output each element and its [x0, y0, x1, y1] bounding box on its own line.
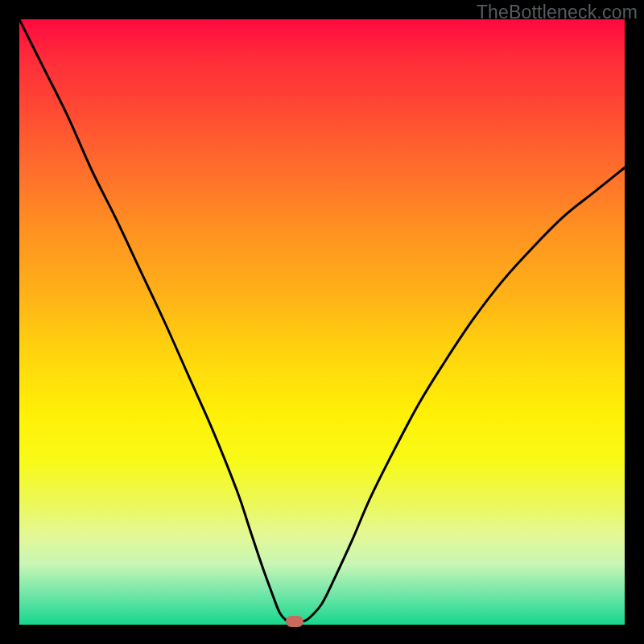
bottleneck-curve — [19, 19, 625, 625]
plot-area — [19, 19, 625, 625]
minimum-marker — [286, 616, 303, 627]
chart-frame: TheBottleneck.com — [0, 0, 644, 644]
curve-path — [19, 19, 625, 621]
